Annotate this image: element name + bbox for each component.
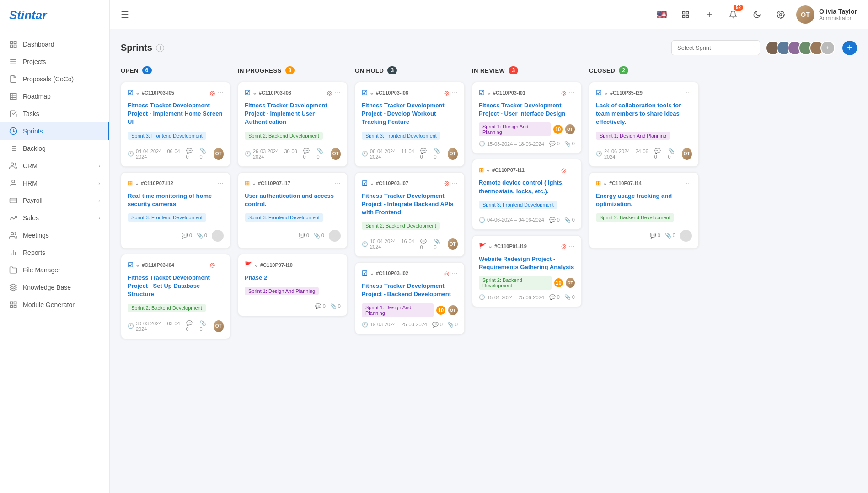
sidebar-item-knowledge-base[interactable]: Knowledge Base bbox=[0, 279, 109, 296]
card-actions: ◎ ··· bbox=[561, 89, 575, 97]
column-on-hold: ON HOLD 3 ☑ ⌄ #C110P03-I06 ◎ ··· bbox=[355, 64, 465, 345]
card-closed-1[interactable]: ☑ ⌄ #C110P35-I29 ··· Lack of collaborati… bbox=[589, 82, 699, 167]
card-closed-2[interactable]: ⊞ ⌄ #C110P07-I14 ··· Energy usage tracki… bbox=[589, 172, 699, 249]
sidebar-item-reports[interactable]: Reports bbox=[0, 244, 109, 261]
card-id-text: #C110P35-I29 bbox=[610, 90, 643, 95]
sidebar-item-projects[interactable]: Projects bbox=[0, 53, 109, 70]
card-onhold-1[interactable]: ☑ ⌄ #C110P03-I06 ◎ ··· Fitness Tracker D… bbox=[355, 82, 465, 167]
sidebar-item-roadmap[interactable]: Roadmap bbox=[0, 88, 109, 105]
card-inprogress-2[interactable]: ⊞ ⌄ #C110P07-I17 ··· User authentication… bbox=[238, 172, 348, 249]
priority-icon: ◎ bbox=[327, 90, 332, 96]
settings-button[interactable] bbox=[772, 6, 789, 23]
more-options-icon[interactable]: ··· bbox=[452, 269, 458, 277]
col-header-closed: CLOSED 2 bbox=[589, 64, 699, 76]
language-selector[interactable]: 🇺🇸 bbox=[654, 6, 670, 23]
tasks-icon bbox=[9, 110, 17, 118]
card-inprogress-3[interactable]: 🚩 ⌄ #C110P07-I10 ··· Phase 2 Sprint 1: D… bbox=[238, 254, 348, 316]
more-options-icon[interactable]: ··· bbox=[452, 89, 458, 97]
apps-grid-button[interactable] bbox=[677, 6, 694, 23]
dark-mode-button[interactable] bbox=[749, 6, 765, 23]
expand-icon: ⌄ bbox=[370, 180, 374, 186]
more-options-icon[interactable]: ··· bbox=[335, 89, 341, 97]
more-options-icon[interactable]: ··· bbox=[686, 89, 692, 97]
more-options-icon[interactable]: ··· bbox=[218, 179, 224, 187]
card-inprogress-1[interactable]: ☑ ⌄ #C110P03-I03 ◎ ··· Fitness Tracker D… bbox=[238, 82, 348, 167]
sidebar-item-crm[interactable]: CRM › bbox=[0, 157, 109, 175]
backlog-icon bbox=[9, 144, 17, 153]
user-name: Olivia Taylor bbox=[819, 8, 857, 15]
sidebar-label-projects: Projects bbox=[23, 58, 46, 65]
expand-icon: ⌄ bbox=[135, 90, 140, 96]
flag-icon: 🚩 bbox=[245, 261, 252, 268]
card-header: ☑ ⌄ #C110P03-I05 ◎ ··· bbox=[128, 89, 224, 97]
sidebar-label-reports: Reports bbox=[23, 249, 45, 256]
col-badge-closed: 2 bbox=[619, 66, 628, 74]
more-options-icon[interactable]: ··· bbox=[218, 89, 224, 97]
sidebar-item-payroll[interactable]: Payroll › bbox=[0, 192, 109, 209]
notification-button[interactable]: 52 bbox=[725, 6, 741, 23]
card-id: ☑ ⌄ #C110P35-I29 bbox=[596, 89, 643, 96]
payroll-chevron: › bbox=[98, 198, 100, 203]
card-id: ☑ ⌄ #C110P03-I07 bbox=[362, 180, 408, 187]
sidebar-item-meetings[interactable]: Meetings bbox=[0, 227, 109, 244]
card-title: Phase 2 bbox=[245, 274, 341, 282]
card-title: Fitness Tracker Development Project - Im… bbox=[245, 101, 341, 127]
sidebar-item-hrm[interactable]: HRM › bbox=[0, 175, 109, 192]
page-header: Sprints i + + bbox=[121, 40, 857, 55]
card-footer: 💬 0 📎 0 bbox=[596, 230, 692, 242]
num-badge: 10 bbox=[554, 278, 563, 287]
comments-stat: 💬 0 bbox=[186, 148, 195, 159]
card-title: Fitness Tracker Development Project - Us… bbox=[479, 101, 575, 118]
more-options-icon[interactable]: ··· bbox=[569, 242, 575, 250]
sprint-select-input[interactable] bbox=[671, 40, 760, 55]
add-member-button[interactable]: + bbox=[842, 41, 857, 55]
sidebar-item-dashboard[interactable]: Dashboard bbox=[0, 36, 109, 53]
more-options-icon[interactable]: ··· bbox=[335, 261, 341, 269]
card-inreview-2[interactable]: ⊞ ⌄ #C110P07-I11 ◎ ··· Remote device con… bbox=[472, 159, 582, 229]
card-onhold-3[interactable]: ☑ ⌄ #C110P03-I02 ◎ ··· Fitness Tracker D… bbox=[355, 262, 465, 334]
col-title-in-review: IN REVIEW bbox=[472, 67, 505, 74]
sidebar-item-backlog[interactable]: Backlog bbox=[0, 140, 109, 157]
svg-point-17 bbox=[780, 13, 782, 16]
card-inreview-1[interactable]: ☑ ⌄ #C110P03-I01 ◎ ··· Fitness Tracker D… bbox=[472, 82, 582, 154]
card-footer: 💬 0 📎 0 bbox=[128, 230, 224, 242]
more-options-icon[interactable]: ··· bbox=[452, 179, 458, 187]
col-header-open: OPEN 6 bbox=[121, 64, 230, 76]
hamburger-button[interactable]: ☰ bbox=[121, 9, 129, 20]
sidebar-item-tasks[interactable]: Tasks bbox=[0, 105, 109, 122]
card-open-2[interactable]: ⊞ ⌄ #C110P07-I12 ··· Real-time monitorin… bbox=[121, 172, 230, 249]
priority-icon: ◎ bbox=[444, 90, 449, 96]
more-options-icon[interactable]: ··· bbox=[335, 179, 341, 187]
add-widget-button[interactable] bbox=[701, 6, 718, 23]
card-id-text: #C110P07-I11 bbox=[492, 167, 525, 173]
svg-point-5 bbox=[11, 163, 14, 165]
card-open-1[interactable]: ☑ ⌄ #C110P03-I05 ◎ ··· Fitness Tracket D… bbox=[121, 82, 230, 167]
sidebar-item-sprints[interactable]: Sprints bbox=[0, 122, 109, 140]
info-icon[interactable]: i bbox=[156, 44, 164, 52]
more-options-icon[interactable]: ··· bbox=[686, 179, 692, 187]
more-options-icon[interactable]: ··· bbox=[569, 166, 575, 174]
card-stats: 💬 0 📎 0 OT bbox=[186, 320, 224, 332]
sidebar-item-proposals[interactable]: Proposals (CoCo) bbox=[0, 70, 109, 88]
sidebar-item-sales[interactable]: Sales › bbox=[0, 209, 109, 227]
date-text: 04-04-2024 – 06-04-2024 bbox=[136, 148, 186, 159]
card-open-3[interactable]: ☑ ⌄ #C110P03-I04 ◎ ··· Fitness Tracket D… bbox=[121, 254, 230, 339]
column-open: OPEN 6 ☑ ⌄ #C110P03-I05 ◎ ··· bbox=[121, 64, 230, 345]
card-onhold-2[interactable]: ☑ ⌄ #C110P03-I07 ◎ ··· Fitness Tracker D… bbox=[355, 172, 465, 257]
expand-icon: ⌄ bbox=[370, 90, 374, 96]
sidebar-item-file-manager[interactable]: File Manager bbox=[0, 261, 109, 279]
more-options-icon[interactable]: ··· bbox=[218, 261, 224, 269]
priority-icon: ⊞ bbox=[479, 167, 484, 174]
card-date: 🕐 04-04-2024 – 06-04-2024 bbox=[128, 148, 186, 159]
col-header-in-progress: IN PROGRESS 3 bbox=[238, 64, 348, 76]
user-profile[interactable]: OT Olivia Taylor Administrator bbox=[796, 5, 857, 24]
more-options-icon[interactable]: ··· bbox=[569, 89, 575, 97]
card-inreview-3[interactable]: 🚩 ⌄ #C110P01-I19 ◎ ··· Website Redesign … bbox=[472, 235, 582, 307]
card-stats: 💬 0 📎 0 bbox=[432, 322, 458, 328]
card-stats: 💬 0 📎 0 bbox=[549, 217, 575, 223]
card-actions: ◎ ··· bbox=[561, 242, 575, 250]
moon-icon bbox=[753, 11, 761, 19]
sidebar-item-module-generator[interactable]: Module Generator bbox=[0, 296, 109, 313]
card-id: ☑ ⌄ #C110P03-I06 bbox=[362, 89, 408, 96]
attachments-stat: 📎 0 bbox=[668, 148, 677, 159]
